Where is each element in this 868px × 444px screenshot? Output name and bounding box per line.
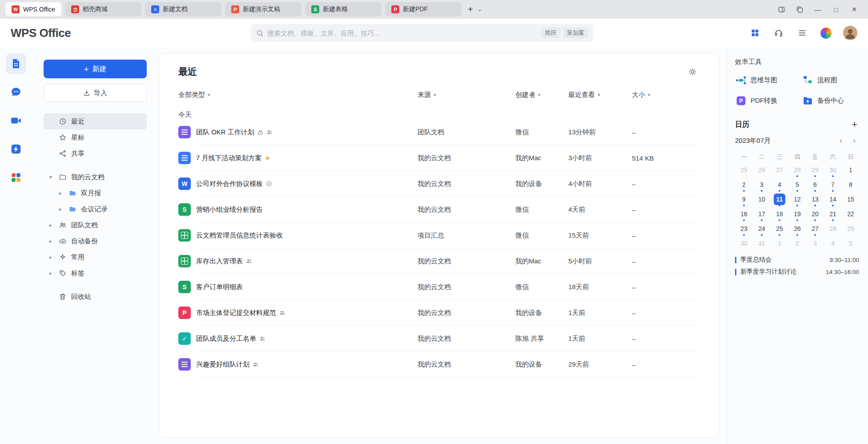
sidebar-item-auto-backup[interactable]: ▸ 自动备份 [44, 233, 147, 249]
tool-flowchart[interactable]: 流程图 [802, 74, 859, 86]
calendar-day[interactable]: 4 [824, 236, 842, 250]
calendar-day[interactable]: 7 [824, 177, 842, 192]
calendar-day[interactable]: 1 [842, 162, 860, 177]
calendar-event[interactable]: 新季度学习计划讨论 14:30–16:00 [735, 268, 859, 276]
list-settings-gear-icon[interactable] [686, 65, 699, 78]
file-row[interactable]: 团队成员及分工名单 我的云文档 陈旭 共享 1天前 [178, 326, 699, 351]
toggle-sidebar-icon[interactable] [776, 4, 787, 15]
caret-right-icon[interactable]: ▸ [47, 238, 54, 244]
calendar-day[interactable]: 29 [806, 162, 824, 177]
next-month-button[interactable]: › [849, 136, 859, 145]
calendar-day[interactable]: 1 [771, 236, 788, 250]
sidebar-item-meeting-notes[interactable]: ▸ 会议记录 [44, 201, 147, 217]
calendar-day[interactable]: 25 [735, 162, 753, 177]
rail-messages[interactable] [6, 82, 26, 102]
search-tag-resume[interactable]: 简历 [541, 28, 560, 38]
calendar-day[interactable]: 12 [788, 192, 806, 206]
sidebar-item-frequent[interactable]: ▸ 常用 [44, 249, 147, 265]
filter-last-viewed[interactable]: 最近查看▾ [568, 91, 600, 99]
calendar-day[interactable]: 19 [788, 206, 806, 221]
sidebar-item-shared[interactable]: 共享 [44, 145, 147, 161]
filter-source[interactable]: 来源▾ [418, 91, 436, 99]
minimize-button[interactable]: — [812, 4, 824, 15]
rail-meeting[interactable] [6, 110, 26, 131]
caret-right-icon[interactable]: ▸ [47, 270, 54, 276]
calendar-day[interactable]: 20 [806, 206, 824, 221]
rail-apps[interactable] [6, 167, 26, 188]
caret-right-icon[interactable]: ▸ [57, 206, 64, 212]
sidebar-item-bimonthly-report[interactable]: ▸ 双月报 [44, 185, 147, 201]
sidebar-item-trash[interactable]: 回收站 [44, 289, 147, 305]
calendar-day[interactable]: 26 [753, 162, 771, 177]
calendar-day[interactable]: 13 [806, 192, 824, 206]
calendar-event[interactable]: 季度总结会 9:30–11:00 [735, 256, 859, 264]
calendar-day[interactable]: 5 [842, 236, 860, 250]
new-tab-button[interactable]: + [465, 5, 476, 14]
sidebar-item-starred[interactable]: 星标 [44, 129, 147, 145]
file-row[interactable]: W 公司对外合作协议模板 我的云文档 我的设备 [178, 171, 699, 197]
calendar-day[interactable]: 17 [753, 206, 771, 221]
file-row[interactable]: 7 月线下活动策划方案 ★ 我的云文档 我的Mac 3小时前 514 KB [178, 145, 699, 171]
tab-wps-office[interactable]: W WPS Office [5, 2, 61, 16]
sidebar-item-recent[interactable]: 最近 [44, 113, 147, 129]
add-event-button[interactable]: + [850, 120, 859, 129]
tool-pdf-convert[interactable]: P PDF转换 [735, 95, 802, 106]
calendar-day[interactable]: 21 [824, 206, 842, 221]
rail-documents[interactable] [6, 53, 26, 74]
file-row[interactable]: P 市场主体登记提交材料规范 我的云文档 我的设备 [178, 300, 699, 326]
rail-quick-tools[interactable] [6, 139, 26, 159]
tool-mindmap[interactable]: 思维导图 [735, 74, 802, 86]
menu-hamburger-icon[interactable] [796, 27, 808, 39]
file-row[interactable]: 库存出入管理表 我的云文档 我的Mac 5小时前 [178, 248, 699, 274]
caret-right-icon[interactable]: ▸ [47, 222, 54, 228]
calendar-day[interactable]: 27 [806, 221, 824, 236]
filter-creator[interactable]: 创建者▾ [515, 91, 541, 99]
calendar-day[interactable]: 8 [842, 177, 860, 192]
calendar-day[interactable]: 6 [806, 177, 824, 192]
search-bar[interactable]: 简历 策划案 [251, 24, 593, 42]
caret-right-icon[interactable]: ▸ [47, 254, 54, 260]
user-avatar[interactable] [843, 26, 857, 40]
calendar-day[interactable]: 2 [788, 236, 806, 250]
file-row[interactable]: 云文档管理员信息统计表验收 项目汇总 微信 15天前 – [178, 222, 699, 248]
tab-new-document[interactable]: ≡ 新建文档 [145, 2, 221, 16]
calendar-day[interactable]: 22 [842, 206, 860, 221]
tab-new-presentation[interactable]: P 新建演示文稿 [225, 2, 301, 16]
workspace-icon[interactable] [794, 4, 805, 15]
search-input[interactable] [267, 29, 538, 37]
calendar-day[interactable]: 4 [771, 177, 788, 192]
calendar-day[interactable]: 11 [771, 192, 788, 206]
calendar-day[interactable]: 9 [735, 192, 753, 206]
calendar-day[interactable]: 23 [735, 221, 753, 236]
calendar-day[interactable]: 26 [788, 221, 806, 236]
tab-new-spreadsheet[interactable]: S 新建表格 [305, 2, 382, 16]
calendar-day[interactable]: 16 [735, 206, 753, 221]
caret-down-icon[interactable]: ▾ [47, 174, 54, 180]
file-row[interactable]: 兴趣爱好组队计划 我的云文档 我的设备 29天前 [178, 351, 699, 377]
calendar-day[interactable]: 30 [824, 162, 842, 177]
filter-size[interactable]: 大小▾ [632, 91, 651, 99]
tab-new-pdf[interactable]: P 新建PDF [385, 2, 462, 16]
apps-grid-icon[interactable] [749, 27, 761, 39]
import-button[interactable]: 导入 [44, 84, 147, 102]
calendar-day[interactable]: 18 [771, 206, 788, 221]
calendar-day[interactable]: 10 [753, 192, 771, 206]
calendar-day[interactable]: 2 [735, 177, 753, 192]
file-row[interactable]: S 客户订单明细表 我的云文档 微信 18天前 – [178, 274, 699, 300]
calendar-day[interactable]: 15 [842, 192, 860, 206]
support-headset-icon[interactable] [772, 27, 785, 39]
file-row[interactable]: S 营销小组业绩分析报告 我的云文档 微信 4天前 – [178, 197, 699, 222]
search-tag-plan[interactable]: 策划案 [563, 28, 588, 38]
calendar-day[interactable]: 3 [806, 236, 824, 250]
calendar-day[interactable]: 3 [753, 177, 771, 192]
tab-list-chevron-icon[interactable]: ⌄ [476, 6, 484, 12]
close-button[interactable]: × [848, 4, 860, 15]
calendar-day[interactable]: 5 [788, 177, 806, 192]
maximize-button[interactable]: □ [830, 4, 842, 15]
filter-all-types[interactable]: 全部类型▾ [178, 91, 210, 99]
prev-month-button[interactable]: ‹ [836, 136, 846, 145]
sidebar-item-my-cloud-docs[interactable]: ▾ 我的云文档 [44, 169, 147, 185]
file-row[interactable]: 团队 OKR 工作计划 团队文档 [178, 119, 699, 145]
calendar-day[interactable]: 30 [735, 236, 753, 250]
calendar-day[interactable]: 31 [753, 236, 771, 250]
